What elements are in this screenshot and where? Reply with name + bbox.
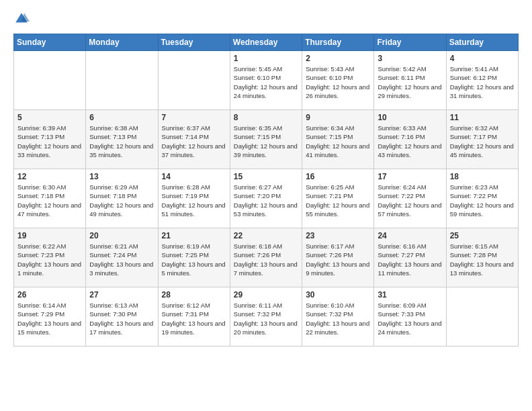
day-info: Sunrise: 6:09 AM Sunset: 7:33 PM Dayligh… [378,301,442,336]
calendar-cell: 7Sunrise: 6:37 AM Sunset: 7:14 PM Daylig… [158,110,230,169]
calendar-header-sunday: Sunday [14,34,86,51]
day-info: Sunrise: 6:13 AM Sunset: 7:30 PM Dayligh… [89,301,154,336]
day-info: Sunrise: 5:41 AM Sunset: 6:12 PM Dayligh… [450,64,515,100]
calendar-cell: 9Sunrise: 6:34 AM Sunset: 7:15 PM Daylig… [302,110,374,169]
day-info: Sunrise: 6:29 AM Sunset: 7:18 PM Dayligh… [89,183,154,218]
day-number: 22 [234,231,298,240]
calendar-week-3: 12Sunrise: 6:30 AM Sunset: 7:18 PM Dayli… [14,169,519,228]
calendar-cell: 10Sunrise: 6:33 AM Sunset: 7:16 PM Dayli… [374,110,446,169]
calendar-week-2: 5Sunrise: 6:39 AM Sunset: 7:13 PM Daylig… [14,110,519,169]
calendar-cell: 27Sunrise: 6:13 AM Sunset: 7:30 PM Dayli… [86,287,158,347]
day-info: Sunrise: 6:34 AM Sunset: 7:15 PM Dayligh… [306,124,370,159]
calendar-header-tuesday: Tuesday [158,34,230,51]
calendar-week-5: 26Sunrise: 6:14 AM Sunset: 7:29 PM Dayli… [14,287,519,347]
calendar-header-wednesday: Wednesday [230,34,302,51]
day-number: 31 [378,290,442,300]
day-number: 21 [162,231,226,240]
day-info: Sunrise: 6:10 AM Sunset: 7:32 PM Dayligh… [306,301,370,336]
calendar-cell: 29Sunrise: 6:11 AM Sunset: 7:32 PM Dayli… [230,287,302,347]
day-info: Sunrise: 6:25 AM Sunset: 7:21 PM Dayligh… [306,183,370,218]
calendar-header-saturday: Saturday [446,34,518,51]
day-number: 8 [234,113,298,122]
calendar-cell: 26Sunrise: 6:14 AM Sunset: 7:29 PM Dayli… [14,287,86,347]
day-number: 18 [450,172,515,181]
calendar-cell: 24Sunrise: 6:16 AM Sunset: 7:27 PM Dayli… [374,228,446,287]
day-number: 5 [17,113,82,122]
day-number: 16 [306,172,370,181]
calendar-cell: 12Sunrise: 6:30 AM Sunset: 7:18 PM Dayli… [14,169,86,228]
calendar-cell: 21Sunrise: 6:19 AM Sunset: 7:25 PM Dayli… [158,228,230,287]
calendar-cell: 17Sunrise: 6:24 AM Sunset: 7:22 PM Dayli… [374,169,446,228]
day-number: 14 [162,172,226,181]
day-number: 15 [234,172,298,181]
day-info: Sunrise: 6:12 AM Sunset: 7:31 PM Dayligh… [162,301,226,336]
page: SundayMondayTuesdayWednesdayThursdayFrid… [0,0,532,411]
calendar-cell: 19Sunrise: 6:22 AM Sunset: 7:23 PM Dayli… [14,228,86,287]
calendar-cell: 28Sunrise: 6:12 AM Sunset: 7:31 PM Dayli… [158,287,230,347]
day-info: Sunrise: 6:33 AM Sunset: 7:16 PM Dayligh… [378,124,442,159]
day-info: Sunrise: 6:11 AM Sunset: 7:32 PM Dayligh… [234,301,298,336]
calendar-cell: 1Sunrise: 5:45 AM Sunset: 6:10 PM Daylig… [230,51,302,110]
calendar-cell: 15Sunrise: 6:27 AM Sunset: 7:20 PM Dayli… [230,169,302,228]
calendar-cell: 4Sunrise: 5:41 AM Sunset: 6:12 PM Daylig… [446,51,518,110]
day-number: 9 [306,113,370,122]
day-info: Sunrise: 5:43 AM Sunset: 6:10 PM Dayligh… [306,64,370,100]
calendar-cell: 20Sunrise: 6:21 AM Sunset: 7:24 PM Dayli… [86,228,158,287]
header [13,11,519,27]
calendar-week-4: 19Sunrise: 6:22 AM Sunset: 7:23 PM Dayli… [14,228,519,287]
day-number: 20 [89,231,154,240]
day-info: Sunrise: 5:45 AM Sunset: 6:10 PM Dayligh… [234,64,298,100]
calendar-cell [86,51,158,110]
logo-icon [13,11,30,27]
day-info: Sunrise: 6:39 AM Sunset: 7:13 PM Dayligh… [17,124,82,159]
calendar-cell: 14Sunrise: 6:28 AM Sunset: 7:19 PM Dayli… [158,169,230,228]
calendar-cell: 11Sunrise: 6:32 AM Sunset: 7:17 PM Dayli… [446,110,518,169]
day-number: 11 [450,113,515,122]
day-number: 10 [378,113,442,122]
day-info: Sunrise: 6:35 AM Sunset: 7:15 PM Dayligh… [234,124,298,159]
day-info: Sunrise: 6:27 AM Sunset: 7:20 PM Dayligh… [234,183,298,218]
day-info: Sunrise: 6:19 AM Sunset: 7:25 PM Dayligh… [162,242,226,277]
day-info: Sunrise: 6:21 AM Sunset: 7:24 PM Dayligh… [89,242,154,277]
calendar-cell: 31Sunrise: 6:09 AM Sunset: 7:33 PM Dayli… [374,287,446,347]
calendar-cell: 6Sunrise: 6:38 AM Sunset: 7:13 PM Daylig… [86,110,158,169]
calendar-cell: 13Sunrise: 6:29 AM Sunset: 7:18 PM Dayli… [86,169,158,228]
calendar-cell: 22Sunrise: 6:18 AM Sunset: 7:26 PM Dayli… [230,228,302,287]
day-number: 19 [17,231,82,240]
calendar-cell [446,287,518,347]
day-info: Sunrise: 5:42 AM Sunset: 6:11 PM Dayligh… [378,64,442,100]
calendar-cell: 25Sunrise: 6:15 AM Sunset: 7:28 PM Dayli… [446,228,518,287]
calendar-cell: 23Sunrise: 6:17 AM Sunset: 7:26 PM Dayli… [302,228,374,287]
calendar-header-monday: Monday [86,34,158,51]
day-number: 28 [162,290,226,300]
day-info: Sunrise: 6:17 AM Sunset: 7:26 PM Dayligh… [306,242,370,277]
day-number: 17 [378,172,442,181]
day-info: Sunrise: 6:38 AM Sunset: 7:13 PM Dayligh… [89,124,154,159]
day-info: Sunrise: 6:28 AM Sunset: 7:19 PM Dayligh… [162,183,226,218]
day-number: 6 [89,113,154,122]
day-number: 3 [378,54,442,63]
calendar-cell: 3Sunrise: 5:42 AM Sunset: 6:11 PM Daylig… [374,51,446,110]
day-info: Sunrise: 6:32 AM Sunset: 7:17 PM Dayligh… [450,124,515,159]
day-info: Sunrise: 6:16 AM Sunset: 7:27 PM Dayligh… [378,242,442,277]
calendar-cell: 8Sunrise: 6:35 AM Sunset: 7:15 PM Daylig… [230,110,302,169]
day-info: Sunrise: 6:18 AM Sunset: 7:26 PM Dayligh… [234,242,298,277]
day-number: 1 [234,54,298,63]
day-info: Sunrise: 6:15 AM Sunset: 7:28 PM Dayligh… [450,242,515,277]
calendar-cell: 2Sunrise: 5:43 AM Sunset: 6:10 PM Daylig… [302,51,374,110]
calendar-cell [158,51,230,110]
day-number: 23 [306,231,370,240]
day-info: Sunrise: 6:23 AM Sunset: 7:22 PM Dayligh… [450,183,515,218]
day-info: Sunrise: 6:30 AM Sunset: 7:18 PM Dayligh… [17,183,82,218]
day-number: 12 [17,172,82,181]
day-info: Sunrise: 6:24 AM Sunset: 7:22 PM Dayligh… [378,183,442,218]
day-number: 26 [17,290,82,300]
calendar-week-1: 1Sunrise: 5:45 AM Sunset: 6:10 PM Daylig… [14,51,519,110]
day-info: Sunrise: 6:37 AM Sunset: 7:14 PM Dayligh… [162,124,226,159]
logo [13,11,32,27]
day-number: 7 [162,113,226,122]
calendar-cell: 30Sunrise: 6:10 AM Sunset: 7:32 PM Dayli… [302,287,374,347]
day-info: Sunrise: 6:14 AM Sunset: 7:29 PM Dayligh… [17,301,82,336]
day-number: 4 [450,54,515,63]
calendar-cell: 16Sunrise: 6:25 AM Sunset: 7:21 PM Dayli… [302,169,374,228]
